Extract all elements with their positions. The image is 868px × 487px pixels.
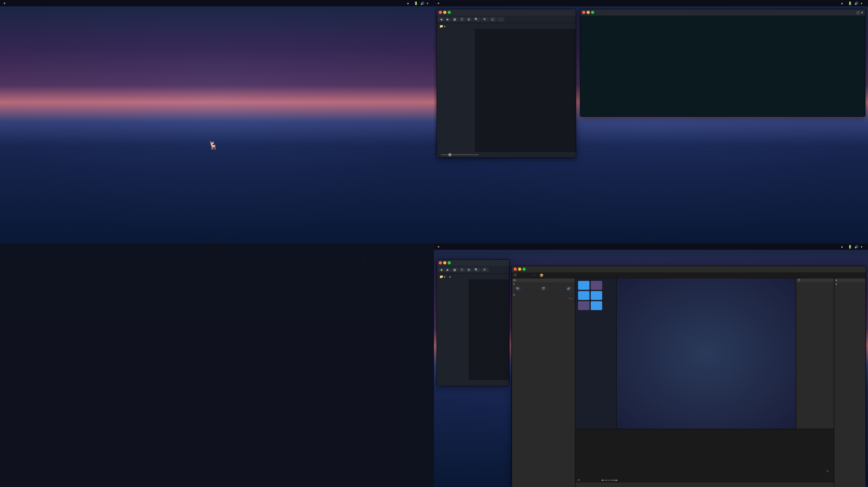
minimize-icon[interactable] [587,11,590,14]
maximize-icon[interactable] [447,11,451,14]
status-bar [437,152,576,158]
view-list[interactable]: ☰ [459,17,465,22]
quadrant-launcher [0,244,434,487]
strip-properties: ▾ ▾ [834,278,866,487]
app-menu-icon[interactable]: ✦ [3,2,6,5]
view-tree[interactable]: ⊞ [466,17,472,22]
file-browser-panel[interactable] [575,278,616,429]
top-panel[interactable]: ✦ ● 🔋🔊▾ [0,0,434,6]
preview-panel[interactable] [616,278,796,429]
wallpaper [0,0,434,244]
close-icon[interactable] [439,261,442,264]
split-button[interactable]: ◫ [489,17,496,22]
dolphin-toolbar: ◀ ▶ ▦ ☰ ⊞ 🔍 👁 ◫ … [437,15,576,23]
terminal[interactable] [580,15,865,116]
launcher-tabs[interactable] [13,247,421,252]
properties-panel: ⚙ ▾ 📷 🎬 🔊 ▾ + – [512,278,575,487]
forward-button[interactable]: ▶ [445,17,451,22]
categories-list [364,259,421,263]
quadrant-blender: ✦ ● 🔋🔊▾ ◀▶ ▦☰⊞ 🔍 👁 📁 ▸ ▸ [434,244,868,487]
konsole-window: ▢ ✕ [580,9,865,117]
dock[interactable] [648,238,654,241]
breadcrumb[interactable]: 📁 ▸ [437,23,576,29]
maximize-icon[interactable] [447,261,451,264]
view-icons[interactable]: ▦ [452,17,458,22]
places-sidebar [437,29,475,157]
quadrant-desktop: ✦ ● 🔋🔊▾ [0,0,434,244]
maximize-icon[interactable] [591,11,594,14]
blender-window: ⓘ 📦 ⚙ ▾ 📷 🎬 🔊 ▾ + – [512,266,866,486]
close-icon[interactable] [514,268,517,271]
sequencer[interactable]: ☐ ⏱ ⏮ ◀◀ ◀ ▶ ▶▶ ⏭ [575,429,834,487]
minimize-icon[interactable] [443,261,446,264]
back-button[interactable]: ◀ [438,17,444,22]
zoom-slider[interactable] [441,154,479,155]
minimize-icon[interactable] [518,268,521,271]
maximize-icon[interactable]: ▢ [857,11,860,14]
launcher-overlay[interactable] [0,244,434,487]
preview-button[interactable]: 👁 [481,17,489,22]
maximize-icon[interactable] [523,268,526,271]
find-button[interactable]: 🔍 [473,17,480,22]
close-icon[interactable]: ✕ [861,11,863,14]
top-panel[interactable]: ✦ ● 🔋🔊▾ [434,244,868,250]
dolphin-window: ◀ ▶ ▦ ☰ ⊞ 🔍 👁 ◫ … 📁 ▸ [437,9,576,158]
blender-menubar[interactable]: ⓘ 📦 [512,272,866,278]
dopesheet-panel[interactable]: ⏱ [796,278,834,429]
close-icon[interactable] [439,11,442,14]
close-icon[interactable] [582,11,585,14]
dock[interactable] [214,238,220,241]
dolphin-screenshots-window: ◀▶ ▦☰⊞ 🔍 👁 📁 ▸ ▸ [437,259,509,386]
top-panel[interactable]: ✦ ● 🔋🔊▾ [434,0,868,6]
file-grid[interactable] [475,29,576,157]
quadrant-files-term: ✦ ● 🔋🔊▾ ◀ ▶ ▦ ☰ ⊞ 🔍 👁 ◫ … 📁 ▸ [434,0,868,244]
control-button[interactable]: … [497,17,504,22]
minimize-icon[interactable] [443,11,446,14]
